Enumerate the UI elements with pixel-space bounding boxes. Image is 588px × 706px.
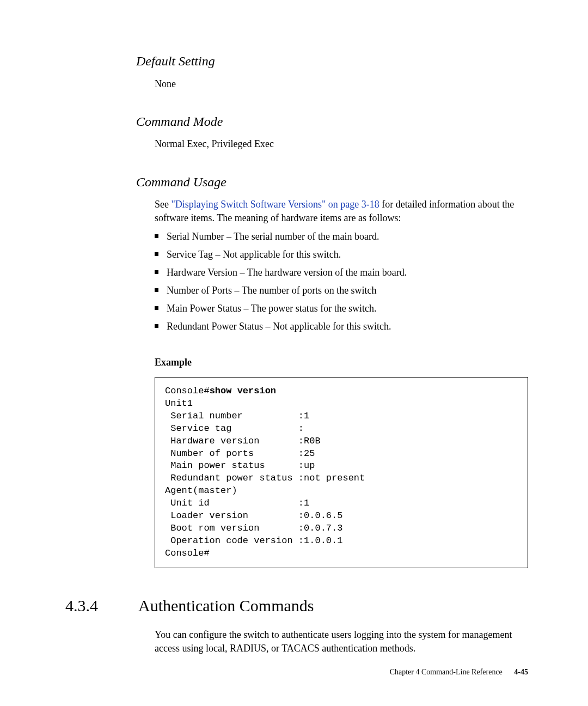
example-label: Example — [65, 356, 528, 369]
code-output: Unit1 Serial number :1 Service tag : Har… — [165, 398, 365, 558]
heading-default-setting: Default Setting — [65, 52, 528, 71]
list-item: Main Power Status – The power status for… — [155, 302, 528, 315]
usage-intro-pre: See — [155, 199, 171, 210]
list-item: Hardware Version – The hardware version … — [155, 266, 528, 279]
list-item: Serial Number – The serial number of the… — [155, 230, 528, 244]
footer: Chapter 4 Command-Line Reference 4-45 — [390, 667, 528, 678]
link-displaying-versions[interactable]: "Displaying Switch Software Versions" on… — [171, 199, 379, 210]
default-setting-text: None — [155, 77, 528, 91]
usage-intro: See "Displaying Switch Software Versions… — [155, 198, 528, 225]
code-example: Console#show version Unit1 Serial number… — [155, 377, 528, 568]
usage-bullets: Serial Number – The serial number of the… — [155, 230, 528, 334]
list-item: Redundant Power Status – Not applicable … — [155, 320, 528, 333]
section-title: Authentication Commands — [138, 594, 314, 617]
list-item: Service Tag – Not applicable for this sw… — [155, 248, 528, 261]
code-prompt: Console# — [165, 386, 210, 396]
heading-command-mode: Command Mode — [65, 113, 528, 131]
footer-chapter: Chapter 4 Command-Line Reference — [390, 668, 503, 676]
section-body: You can configure the switch to authenti… — [155, 628, 528, 655]
footer-page: 4-45 — [514, 668, 528, 676]
heading-command-usage: Command Usage — [65, 173, 528, 192]
section-number: 4.3.4 — [65, 594, 138, 617]
command-mode-text: Normal Exec, Privileged Exec — [155, 137, 528, 151]
list-item: Number of Ports – The number of ports on… — [155, 284, 528, 297]
code-command: show version — [210, 386, 276, 396]
